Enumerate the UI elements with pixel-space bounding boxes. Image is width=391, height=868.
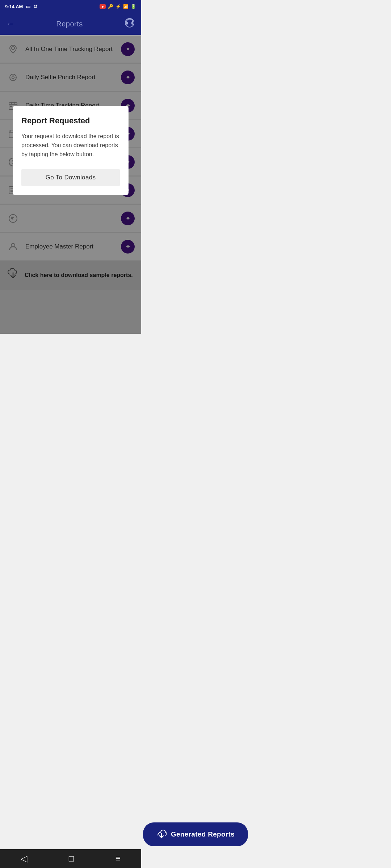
gesture-icon: ↺ [33,4,38,9]
wifi-icon: 📶 [123,4,129,9]
app-header: ← Reports [0,13,141,35]
status-bar-left: 9:14 AM ▭ ↺ [5,4,38,9]
main-content: All In One Time Tracking Report Daily Se… [0,35,141,334]
key-icon: 🔑 [108,4,113,9]
modal-title: Report Requested [21,116,120,125]
svg-rect-1 [126,22,128,25]
svg-rect-2 [131,22,133,25]
status-bar-right: ● 🔑 ⚡ 📶 🔋 [100,4,136,9]
battery-icon: 🔋 [131,4,136,9]
go-to-downloads-button[interactable]: Go To Downloads [21,169,120,186]
support-button[interactable] [125,18,135,30]
page-title: Reports [56,20,83,28]
bluetooth-icon: ⚡ [115,4,121,9]
modal-body: Your request to download the report is p… [21,132,120,159]
back-button[interactable]: ← [7,19,14,29]
report-requested-modal: Report Requested Your request to downloa… [13,106,129,195]
modal-overlay: Report Requested Your request to downloa… [0,35,141,334]
record-icon: ● [100,4,106,9]
time-display: 9:14 AM [5,4,23,9]
status-bar: 9:14 AM ▭ ↺ ● 🔑 ⚡ 📶 🔋 [0,0,141,13]
video-icon: ▭ [26,4,30,9]
